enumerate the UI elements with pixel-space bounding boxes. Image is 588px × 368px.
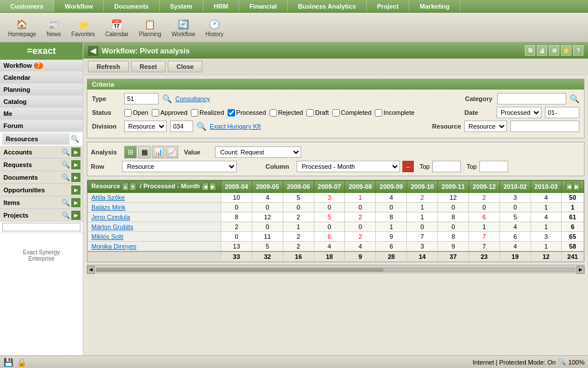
- pivot-cell-name[interactable]: Attila Szőke: [88, 193, 221, 203]
- refresh-button[interactable]: Refresh: [88, 61, 129, 72]
- pivot-cell-name[interactable]: Balázs Mink: [88, 203, 221, 212]
- pivot-cell-name[interactable]: Miklós Solti: [88, 232, 221, 242]
- sidebar-items-header[interactable]: Items: [0, 197, 59, 208]
- status-approved[interactable]: Approved: [152, 109, 187, 117]
- division-code-input[interactable]: [170, 121, 193, 132]
- calendar-button[interactable]: 📅 Calendar: [102, 16, 132, 38]
- requests-arrow[interactable]: ▶: [71, 160, 80, 169]
- value-select[interactable]: Count: Request: [215, 146, 301, 158]
- requests-search-icon[interactable]: 🔍: [62, 161, 70, 169]
- date-from-input[interactable]: [545, 107, 579, 118]
- pivot-cell-name[interactable]: Monika Dinnyes: [88, 242, 221, 252]
- category-search-icon[interactable]: 🔍: [570, 94, 579, 103]
- status-draft[interactable]: Draft: [306, 109, 329, 117]
- col-next-icon[interactable]: ▶: [209, 183, 216, 191]
- top-col-input[interactable]: 100: [479, 161, 508, 172]
- nav-financial[interactable]: Financial: [239, 0, 288, 12]
- items-arrow[interactable]: ▶: [71, 198, 80, 207]
- view-table-icon[interactable]: ⊞: [124, 146, 137, 158]
- nav-system[interactable]: System: [160, 0, 203, 12]
- projects-arrow[interactable]: ▶: [71, 211, 80, 220]
- col-prev-icon[interactable]: ◀: [202, 183, 209, 191]
- resource-select[interactable]: Resource: [464, 121, 507, 132]
- sidebar-projects-header[interactable]: Projects: [0, 210, 59, 221]
- accounts-search-icon[interactable]: 🔍: [62, 148, 70, 156]
- type-link[interactable]: Consultancy: [175, 95, 210, 102]
- resource-value-input[interactable]: [510, 121, 579, 132]
- column-select[interactable]: Processed - Month: [297, 161, 400, 172]
- planning-button[interactable]: 📋 Planning: [136, 16, 165, 38]
- nav-customers[interactable]: Customers: [0, 0, 54, 12]
- sort-desc-icon[interactable]: ▼: [129, 183, 136, 191]
- division-select[interactable]: Resource: [124, 121, 167, 132]
- total-next-icon[interactable]: ▶: [573, 183, 580, 191]
- status-rejected[interactable]: Rejected: [270, 109, 303, 117]
- pivot-cell-name[interactable]: Márton Grubits: [88, 222, 221, 232]
- view-chart-bar-icon[interactable]: 📊: [152, 146, 164, 158]
- close-button[interactable]: Close: [168, 61, 202, 72]
- projects-search-icon[interactable]: 🔍: [62, 211, 70, 219]
- date-select[interactable]: Processed: [497, 107, 541, 118]
- window-settings-button[interactable]: ⚙: [549, 45, 559, 56]
- nav-workflow[interactable]: Workflow: [54, 0, 103, 12]
- view-grid-icon[interactable]: ▦: [138, 146, 151, 158]
- status-incomplete[interactable]: Incomplete: [375, 109, 414, 117]
- history-button[interactable]: 🕐 History: [202, 16, 227, 38]
- documents-search-icon[interactable]: 🔍: [62, 173, 70, 181]
- status-completed[interactable]: Completed: [332, 109, 371, 117]
- nav-documents[interactable]: Documents: [104, 0, 160, 12]
- sidebar-logo: =exact: [0, 42, 83, 60]
- favorites-button[interactable]: ⭐ Favorites: [68, 16, 98, 38]
- type-search-icon[interactable]: 🔍: [162, 94, 172, 103]
- news-button[interactable]: 📰 News: [43, 16, 64, 38]
- sidebar-accounts-header[interactable]: Accounts: [0, 146, 59, 158]
- total-prev-icon[interactable]: ◀: [566, 183, 572, 191]
- resources-search-icon[interactable]: 🔍: [71, 135, 79, 143]
- division-search-icon[interactable]: 🔍: [197, 122, 206, 131]
- scrollbar-track[interactable]: [96, 268, 575, 272]
- nav-hrm[interactable]: HRM: [203, 0, 239, 12]
- scrollbar-thumb[interactable]: [97, 268, 383, 272]
- reset-button[interactable]: Reset: [131, 61, 166, 72]
- sidebar-documents-header[interactable]: Documents: [0, 172, 59, 183]
- window-collapse-icon[interactable]: ◀: [88, 46, 98, 56]
- top-row-input[interactable]: 100: [432, 161, 461, 172]
- workflow-button[interactable]: 🔄 Workflow: [168, 16, 199, 38]
- opportunities-arrow[interactable]: ▶: [71, 185, 80, 195]
- sidebar-forum-header[interactable]: Forum: [0, 120, 83, 131]
- type-input[interactable]: [124, 93, 159, 104]
- status-realized[interactable]: Realized: [191, 109, 224, 117]
- sidebar-planning-header[interactable]: Planning: [0, 84, 83, 95]
- window-help-button[interactable]: ?: [573, 45, 583, 56]
- documents-arrow[interactable]: ▶: [71, 173, 80, 182]
- nav-marketing[interactable]: Marketing: [409, 0, 460, 12]
- sidebar-requests-header[interactable]: Requests: [0, 159, 59, 171]
- sidebar-catalog-header[interactable]: Catalog: [0, 96, 83, 107]
- nav-business-analytics[interactable]: Business Analytics: [288, 0, 367, 12]
- scroll-left-button[interactable]: ◀: [87, 266, 95, 274]
- pivot-cell-name[interactable]: Jeno Czedula: [88, 212, 221, 222]
- sort-asc-icon[interactable]: ▲: [122, 183, 129, 191]
- window-favorite-button[interactable]: ⭐: [561, 45, 571, 56]
- scroll-right-button[interactable]: ▶: [577, 266, 585, 274]
- homepage-button[interactable]: 🏠 Homepage: [5, 16, 40, 38]
- nav-project[interactable]: Project: [367, 0, 409, 12]
- projects-search-input[interactable]: [2, 223, 80, 231]
- accounts-arrow[interactable]: ▶: [71, 148, 80, 157]
- category-input[interactable]: [497, 93, 566, 104]
- division-link[interactable]: Exact Hungary Kft: [210, 123, 261, 130]
- sidebar-resources-header[interactable]: Resources: [2, 133, 70, 145]
- sidebar-workflow-header[interactable]: Workflow 7: [0, 60, 83, 71]
- status-processed[interactable]: Processed: [228, 109, 266, 117]
- items-search-icon[interactable]: 🔍: [62, 199, 70, 207]
- window-print-button[interactable]: 🖨: [537, 45, 547, 56]
- status-open[interactable]: Open: [124, 109, 148, 117]
- row-select[interactable]: Resource: [122, 161, 237, 172]
- window-restore-button[interactable]: ⧉: [525, 45, 535, 56]
- horizontal-scrollbar[interactable]: ◀ ▶: [87, 265, 585, 274]
- sidebar-calendar-header[interactable]: Calendar: [0, 72, 83, 83]
- view-chart-line-icon[interactable]: 📈: [166, 146, 178, 158]
- column-swap-button[interactable]: ↔: [402, 161, 414, 172]
- sidebar-opportunities-header[interactable]: Opportunities: [0, 184, 69, 196]
- sidebar-me-header[interactable]: Me: [0, 108, 83, 119]
